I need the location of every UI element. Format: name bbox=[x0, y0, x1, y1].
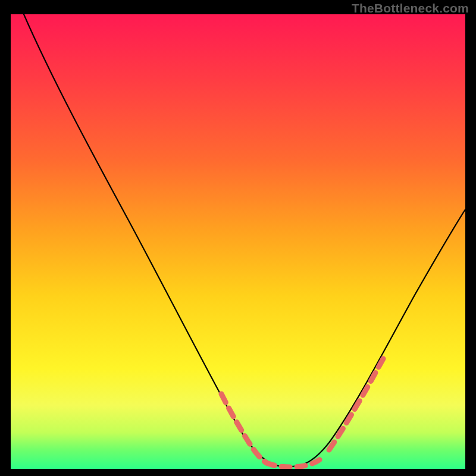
bottleneck-curve bbox=[11, 14, 465, 469]
chart-frame bbox=[11, 14, 465, 469]
curve-path bbox=[24, 14, 465, 466]
highlight-left-dashes bbox=[221, 394, 267, 463]
highlight-right-dashes bbox=[329, 355, 386, 450]
highlight-bottom-dashes bbox=[267, 456, 325, 467]
attribution-text: TheBottleneck.com bbox=[352, 1, 469, 15]
